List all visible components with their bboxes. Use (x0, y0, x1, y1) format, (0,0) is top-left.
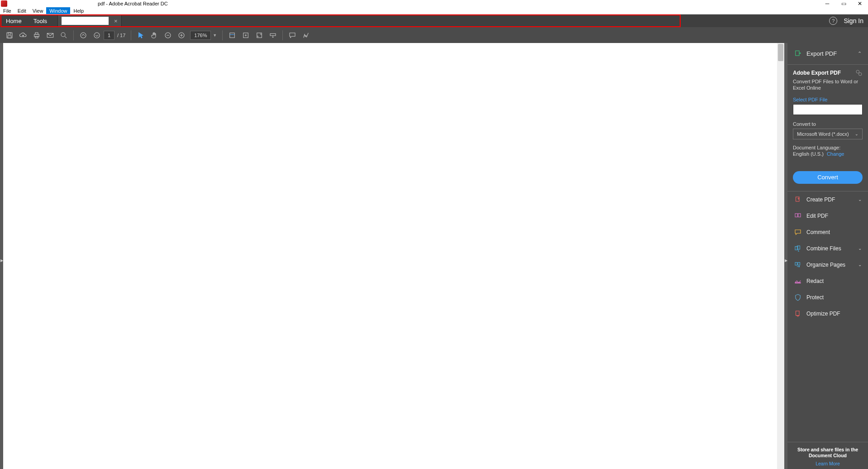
comment-icon (794, 228, 802, 236)
select-file-input[interactable] (793, 104, 863, 115)
zoom-out-icon[interactable] (161, 29, 175, 42)
svg-rect-24 (795, 262, 797, 265)
tool-create-pdf[interactable]: Create PDF⌄ (787, 191, 868, 208)
chevron-down-icon: ⌄ (858, 197, 862, 202)
selection-tool-icon[interactable] (134, 29, 148, 42)
tab-home[interactable]: Home (0, 14, 28, 27)
combine-files-icon (794, 244, 802, 253)
chevron-right-icon: ▶ (0, 256, 3, 265)
chevron-down-icon: ⌄ (855, 132, 858, 136)
menu-view[interactable]: View (29, 7, 47, 14)
right-panel-toggle[interactable]: ▶ (784, 43, 787, 469)
document-tab-name (62, 17, 109, 25)
tool-combine-files[interactable]: Combine Files⌄ (787, 240, 868, 257)
export-subtitle: Adobe Export PDF (793, 70, 841, 76)
separator (73, 30, 74, 40)
tab-strip: Home Tools × ? Sign In (0, 14, 868, 27)
menu-window[interactable]: Window (46, 7, 70, 14)
page-number-input[interactable] (104, 31, 114, 40)
left-panel-toggle[interactable]: ▶ (0, 43, 3, 469)
maximize-button[interactable]: ▭ (835, 0, 852, 7)
tool-comment[interactable]: Comment (787, 224, 868, 240)
export-pdf-icon (794, 50, 802, 58)
organize-pages-icon (794, 261, 802, 269)
fit-width-icon[interactable] (225, 29, 239, 42)
vertical-scrollbar[interactable] (777, 43, 784, 469)
separator (222, 30, 223, 40)
search-icon[interactable] (57, 29, 71, 42)
page-up-icon[interactable] (76, 29, 90, 42)
chevron-right-icon: ▶ (785, 256, 787, 265)
svg-rect-20 (795, 213, 797, 217)
svg-rect-2 (8, 35, 11, 38)
export-pdf-header[interactable]: Export PDF ⌃ (787, 43, 868, 65)
sign-in-button[interactable]: Sign In (844, 17, 863, 24)
sign-icon[interactable] (299, 29, 313, 42)
export-description: Convert PDF Files to Word or Excel Onlin… (793, 78, 863, 91)
tool-label: Edit PDF (806, 213, 862, 219)
learn-more-link[interactable]: Learn More (791, 461, 864, 466)
save-icon[interactable] (3, 29, 16, 42)
redact-icon (794, 277, 802, 285)
tab-close-icon[interactable]: × (110, 18, 121, 24)
tool-label: Comment (806, 229, 862, 235)
tool-optimize-pdf[interactable]: Optimize PDF (787, 306, 868, 322)
svg-point-7 (61, 33, 65, 37)
tool-organize-pages[interactable]: Organize Pages⌄ (787, 257, 868, 273)
change-language-link[interactable]: Change (827, 151, 844, 157)
close-button[interactable]: ✕ (852, 0, 868, 7)
fit-page-icon[interactable] (239, 29, 253, 42)
read-mode-icon[interactable] (266, 29, 280, 42)
email-icon[interactable] (43, 29, 57, 42)
window-controls: ─ ▭ ✕ (819, 0, 868, 7)
fullscreen-icon[interactable] (253, 29, 266, 42)
page-down-icon[interactable] (90, 29, 104, 42)
convert-to-label: Convert to (793, 121, 863, 127)
zoom-level-input[interactable]: 176% (190, 31, 211, 40)
svg-rect-21 (798, 213, 801, 217)
scrollbar-thumb[interactable] (778, 44, 783, 61)
tab-tools[interactable]: Tools (28, 14, 53, 27)
svg-point-9 (94, 33, 100, 38)
document-view[interactable] (3, 43, 784, 469)
tool-redact[interactable]: Redact (787, 273, 868, 289)
settings-icon[interactable] (855, 69, 863, 77)
svg-rect-4 (35, 33, 38, 34)
separator (131, 30, 131, 40)
svg-rect-16 (796, 51, 799, 56)
chevron-up-icon: ⌃ (858, 51, 862, 57)
minimize-button[interactable]: ─ (819, 0, 835, 7)
convert-format-select[interactable]: Microsoft Word (*.docx) ⌄ (793, 129, 863, 139)
cloud-upload-icon[interactable] (16, 29, 30, 42)
menu-help[interactable]: Help (70, 7, 87, 14)
right-panel: Export PDF ⌃ Adobe Export PDF Convert PD… (787, 43, 868, 469)
zoom-dropdown-icon[interactable]: ▼ (213, 33, 217, 38)
tool-edit-pdf[interactable]: Edit PDF (787, 208, 868, 224)
svg-rect-14 (257, 33, 262, 38)
tool-label: Organize Pages (806, 262, 858, 268)
print-icon[interactable] (30, 29, 43, 42)
footer-text: Store and share files in the Document Cl… (791, 447, 864, 459)
main-area: ▶ ▶ Export PDF ⌃ Adobe Export PDF Conver… (0, 43, 868, 469)
window-title: pdf - Adobe Acrobat Reader DC (98, 1, 168, 6)
help-icon[interactable]: ? (829, 17, 837, 25)
hand-tool-icon[interactable] (148, 29, 161, 42)
chevron-down-icon: ⌄ (858, 262, 862, 267)
tool-protect[interactable]: Protect (787, 289, 868, 306)
menu-file[interactable]: File (0, 7, 14, 14)
document-tab[interactable]: × (57, 14, 122, 27)
protect-icon (794, 293, 802, 302)
svg-rect-12 (230, 33, 235, 38)
create-pdf-icon (794, 196, 802, 204)
svg-point-17 (856, 70, 859, 73)
right-panel-footer: Store and share files in the Document Cl… (787, 442, 868, 469)
zoom-in-icon[interactable] (175, 29, 188, 42)
tool-label: Combine Files (806, 245, 858, 252)
comment-icon[interactable] (286, 29, 299, 42)
menu-edit[interactable]: Edit (14, 7, 29, 14)
export-pdf-label: Export PDF (806, 50, 858, 57)
convert-button[interactable]: Convert (793, 171, 863, 184)
svg-rect-26 (795, 282, 801, 283)
document-language-label: Document Language: (793, 145, 863, 150)
select-file-label: Select PDF File (793, 97, 863, 102)
